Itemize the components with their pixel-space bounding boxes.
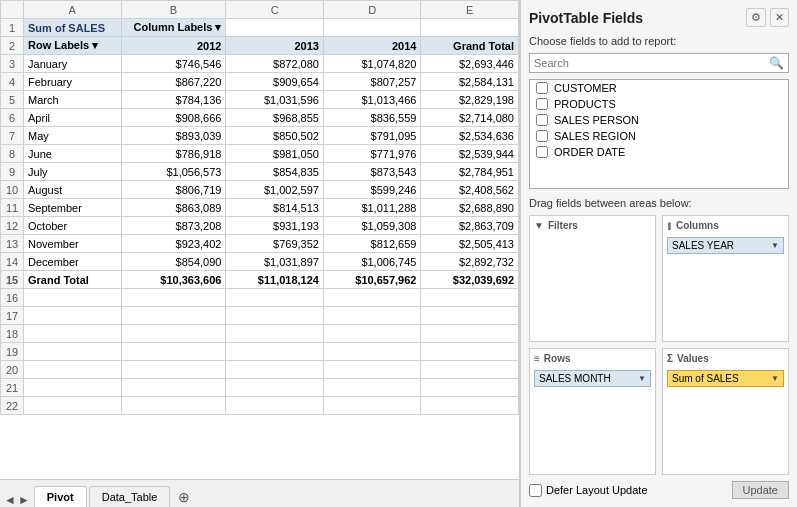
value-e: $2,584,131 — [421, 73, 519, 91]
row-num: 3 — [1, 55, 24, 73]
value-b: $746,546 — [121, 55, 226, 73]
columns-zone[interactable]: ⫿ Columns SALES YEAR ▼ — [662, 215, 789, 342]
grand-total-d: $10,657,962 — [323, 271, 420, 289]
tab-pivot[interactable]: Pivot — [34, 486, 87, 507]
value-b: $923,402 — [121, 235, 226, 253]
row-labels-cell[interactable]: Row Labels ▾ — [24, 37, 121, 55]
search-input[interactable] — [534, 57, 769, 69]
rows-item[interactable]: SALES MONTH ▼ — [534, 370, 651, 387]
defer-label[interactable]: Defer Layout Update — [529, 484, 648, 497]
row-num: 4 — [1, 73, 24, 91]
sigma-icon: Σ — [667, 353, 673, 364]
search-box[interactable]: 🔍 — [529, 53, 789, 73]
field-checkbox[interactable] — [536, 146, 548, 158]
defer-row: Defer Layout Update Update — [529, 481, 789, 499]
value-c: $968,855 — [226, 109, 323, 127]
value-b: $863,089 — [121, 199, 226, 217]
value-c: $909,654 — [226, 73, 323, 91]
row-num: 14 — [1, 253, 24, 271]
month-cell: September — [24, 199, 121, 217]
col-labels-cell[interactable]: Column Labels ▾ — [121, 19, 226, 37]
value-b: $854,090 — [121, 253, 226, 271]
drag-label: Drag fields between areas below: — [529, 197, 789, 209]
table-row: 3 January $746,546 $872,080 $1,074,820 $… — [1, 55, 519, 73]
row-num: 12 — [1, 217, 24, 235]
field-item[interactable]: PRODUCTS — [530, 96, 788, 112]
value-d: $771,976 — [323, 145, 420, 163]
grand-total-row: 15 Grand Total $10,363,606 $11,018,124 $… — [1, 271, 519, 289]
field-item[interactable]: SALES PERSON — [530, 112, 788, 128]
sheet-tabs: ◄ ► Pivot Data_Table ⊕ — [0, 479, 519, 507]
row1-e — [421, 19, 519, 37]
search-icon: 🔍 — [769, 56, 784, 70]
empty-row: 19 — [1, 343, 519, 361]
col-b-header: B — [121, 1, 226, 19]
field-checkbox[interactable] — [536, 130, 548, 142]
row-num: 10 — [1, 181, 24, 199]
value-d: $1,011,288 — [323, 199, 420, 217]
add-tab-button[interactable]: ⊕ — [172, 487, 196, 507]
values-item-label: Sum of SALES — [672, 373, 739, 384]
settings-icon[interactable]: ⚙ — [746, 8, 766, 27]
field-checkbox[interactable] — [536, 82, 548, 94]
row-num: 6 — [1, 109, 24, 127]
field-checkbox[interactable] — [536, 114, 548, 126]
value-b: $784,136 — [121, 91, 226, 109]
month-cell: March — [24, 91, 121, 109]
filter-icon: ▼ — [534, 220, 544, 231]
corner-cell — [1, 1, 24, 19]
value-d: $873,543 — [323, 163, 420, 181]
field-item[interactable]: ORDER DATE — [530, 144, 788, 160]
columns-item-label: SALES YEAR — [672, 240, 734, 251]
value-c: $1,031,897 — [226, 253, 323, 271]
table-row: 2 Row Labels ▾ 2012 2013 2014 Grand Tota… — [1, 37, 519, 55]
tab-data-table[interactable]: Data_Table — [89, 486, 171, 507]
value-b: $806,719 — [121, 181, 226, 199]
pivot-panel: PivotTable Fields ⚙ ✕ Choose fields to a… — [520, 0, 797, 507]
value-d: $807,257 — [323, 73, 420, 91]
value-e: $2,784,951 — [421, 163, 519, 181]
sheet-content: A B C D E 1 Sum of SALES Column Labels ▾ — [0, 0, 519, 479]
value-d: $1,059,308 — [323, 217, 420, 235]
col-e-header: E — [421, 1, 519, 19]
close-icon[interactable]: ✕ — [770, 8, 789, 27]
sum-of-sales-cell[interactable]: Sum of SALES — [24, 19, 121, 37]
value-e: $2,539,944 — [421, 145, 519, 163]
value-e: $2,408,562 — [421, 181, 519, 199]
scroll-left-icon[interactable]: ◄ — [4, 493, 16, 507]
columns-item[interactable]: SALES YEAR ▼ — [667, 237, 784, 254]
choose-fields-label: Choose fields to add to report: — [529, 35, 789, 47]
row-num: 11 — [1, 199, 24, 217]
panel-header: PivotTable Fields ⚙ ✕ — [529, 8, 789, 27]
field-checkbox[interactable] — [536, 98, 548, 110]
value-d: $812,659 — [323, 235, 420, 253]
field-label: PRODUCTS — [554, 98, 616, 110]
chevron-down-icon: ▼ — [771, 241, 779, 250]
empty-row: 17 — [1, 307, 519, 325]
row-num: 13 — [1, 235, 24, 253]
grand-total-label: Grand Total — [24, 271, 121, 289]
row-num: 8 — [1, 145, 24, 163]
table-row: 10 August $806,719 $1,002,597 $599,246 $… — [1, 181, 519, 199]
values-item[interactable]: Sum of SALES ▼ — [667, 370, 784, 387]
value-c: $1,031,596 — [226, 91, 323, 109]
value-c: $814,513 — [226, 199, 323, 217]
month-cell: February — [24, 73, 121, 91]
defer-checkbox[interactable] — [529, 484, 542, 497]
filters-zone[interactable]: ▼ Filters — [529, 215, 656, 342]
value-e: $2,863,709 — [421, 217, 519, 235]
field-item[interactable]: SALES REGION — [530, 128, 788, 144]
row-num: 1 — [1, 19, 24, 37]
panel-controls: ⚙ ✕ — [746, 8, 789, 27]
scroll-right-icon[interactable]: ► — [18, 493, 30, 507]
values-zone[interactable]: Σ Values Sum of SALES ▼ — [662, 348, 789, 475]
value-b: $893,039 — [121, 127, 226, 145]
update-button[interactable]: Update — [732, 481, 789, 499]
defer-label-text: Defer Layout Update — [546, 484, 648, 496]
field-item[interactable]: CUSTOMER — [530, 80, 788, 96]
rows-item-label: SALES MONTH — [539, 373, 611, 384]
value-b: $1,056,573 — [121, 163, 226, 181]
rows-zone[interactable]: ≡ Rows SALES MONTH ▼ — [529, 348, 656, 475]
month-cell: October — [24, 217, 121, 235]
rows-icon: ≡ — [534, 353, 540, 364]
